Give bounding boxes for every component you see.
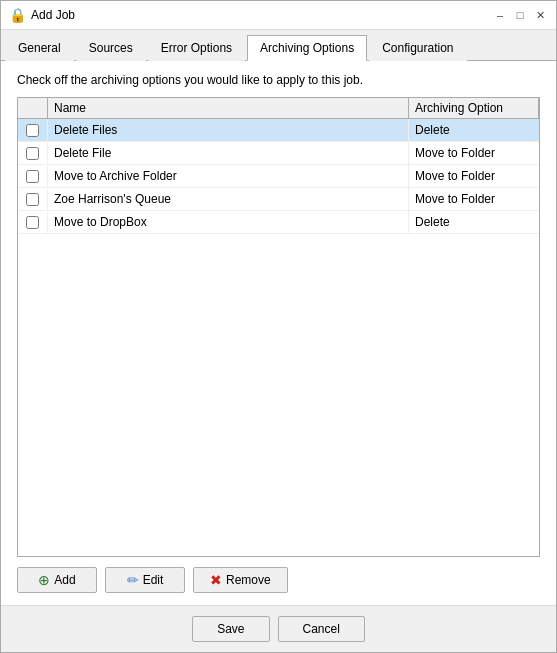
row-option: Delete — [409, 211, 539, 233]
row-name: Move to Archive Folder — [48, 165, 409, 187]
add-button[interactable]: ⊕ Add — [17, 567, 97, 593]
add-label: Add — [54, 573, 75, 587]
close-button[interactable]: ✕ — [532, 7, 548, 23]
row-checkbox[interactable] — [26, 124, 39, 137]
table-header: Name Archiving Option — [18, 98, 539, 119]
tab-configuration[interactable]: Configuration — [369, 35, 466, 61]
tab-sources[interactable]: Sources — [76, 35, 146, 61]
window-icon: 🔒 — [9, 7, 25, 23]
table-row[interactable]: Zoe Harrison's Queue Move to Folder — [18, 188, 539, 211]
row-checkbox[interactable] — [26, 193, 39, 206]
row-option: Move to Folder — [409, 188, 539, 210]
row-checkbox-cell — [18, 166, 48, 187]
tab-general[interactable]: General — [5, 35, 74, 61]
row-option: Move to Folder — [409, 165, 539, 187]
save-button[interactable]: Save — [192, 616, 269, 642]
row-name: Zoe Harrison's Queue — [48, 188, 409, 210]
tab-bar: General Sources Error Options Archiving … — [1, 30, 556, 61]
edit-button[interactable]: ✏ Edit — [105, 567, 185, 593]
row-name: Delete Files — [48, 119, 409, 141]
row-checkbox-cell — [18, 212, 48, 233]
main-content: Check off the archiving options you woul… — [1, 61, 556, 605]
table-row[interactable]: Move to Archive Folder Move to Folder — [18, 165, 539, 188]
add-job-window: 🔒 Add Job – □ ✕ General Sources Error Op… — [0, 0, 557, 653]
footer: Save Cancel — [1, 605, 556, 652]
table-row[interactable]: Move to DropBox Delete — [18, 211, 539, 234]
row-checkbox-cell — [18, 120, 48, 141]
window-title: Add Job — [31, 8, 492, 22]
title-bar: 🔒 Add Job – □ ✕ — [1, 1, 556, 30]
remove-icon: ✖ — [210, 572, 222, 588]
row-name: Delete File — [48, 142, 409, 164]
remove-button[interactable]: ✖ Remove — [193, 567, 288, 593]
tab-archiving-options[interactable]: Archiving Options — [247, 35, 367, 61]
action-buttons: ⊕ Add ✏ Edit ✖ Remove — [17, 567, 540, 593]
table-body: Delete Files Delete Delete File Move to … — [18, 119, 539, 556]
description-text: Check off the archiving options you woul… — [17, 73, 540, 87]
tab-error-options[interactable]: Error Options — [148, 35, 245, 61]
header-checkbox-col — [18, 98, 48, 118]
edit-label: Edit — [143, 573, 164, 587]
cancel-button[interactable]: Cancel — [278, 616, 365, 642]
header-option-col: Archiving Option — [409, 98, 539, 118]
row-checkbox[interactable] — [26, 147, 39, 160]
maximize-button[interactable]: □ — [512, 7, 528, 23]
row-checkbox-cell — [18, 189, 48, 210]
edit-icon: ✏ — [127, 572, 139, 588]
row-checkbox[interactable] — [26, 170, 39, 183]
archiving-table: Name Archiving Option Delete Files Delet… — [17, 97, 540, 557]
row-checkbox-cell — [18, 143, 48, 164]
table-row[interactable]: Delete File Move to Folder — [18, 142, 539, 165]
add-icon: ⊕ — [38, 572, 50, 588]
row-option: Move to Folder — [409, 142, 539, 164]
title-bar-controls: – □ ✕ — [492, 7, 548, 23]
minimize-button[interactable]: – — [492, 7, 508, 23]
table-row[interactable]: Delete Files Delete — [18, 119, 539, 142]
row-option: Delete — [409, 119, 539, 141]
row-name: Move to DropBox — [48, 211, 409, 233]
header-name-col: Name — [48, 98, 409, 118]
remove-label: Remove — [226, 573, 271, 587]
row-checkbox[interactable] — [26, 216, 39, 229]
